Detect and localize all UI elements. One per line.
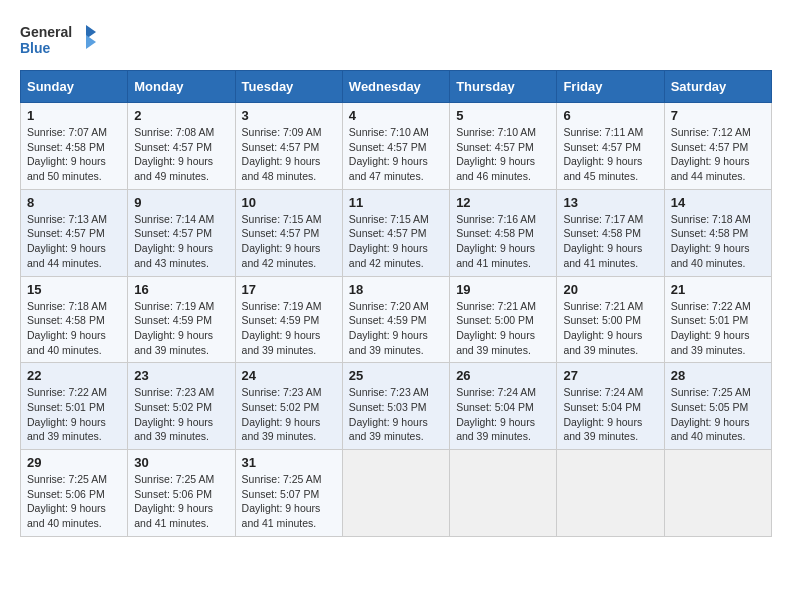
day-info: Sunrise: 7:21 AMSunset: 5:00 PMDaylight:…	[456, 299, 550, 358]
day-number: 29	[27, 455, 121, 470]
day-info: Sunrise: 7:12 AMSunset: 4:57 PMDaylight:…	[671, 125, 765, 184]
calendar-cell: 2Sunrise: 7:08 AMSunset: 4:57 PMDaylight…	[128, 103, 235, 190]
calendar-cell: 31Sunrise: 7:25 AMSunset: 5:07 PMDayligh…	[235, 450, 342, 537]
day-number: 26	[456, 368, 550, 383]
calendar-cell: 24Sunrise: 7:23 AMSunset: 5:02 PMDayligh…	[235, 363, 342, 450]
day-info: Sunrise: 7:09 AMSunset: 4:57 PMDaylight:…	[242, 125, 336, 184]
day-number: 16	[134, 282, 228, 297]
weekday-header-wednesday: Wednesday	[342, 71, 449, 103]
calendar-table: SundayMondayTuesdayWednesdayThursdayFrid…	[20, 70, 772, 537]
day-info: Sunrise: 7:23 AMSunset: 5:02 PMDaylight:…	[134, 385, 228, 444]
calendar-cell: 8Sunrise: 7:13 AMSunset: 4:57 PMDaylight…	[21, 189, 128, 276]
day-number: 17	[242, 282, 336, 297]
calendar-week-3: 15Sunrise: 7:18 AMSunset: 4:58 PMDayligh…	[21, 276, 772, 363]
calendar-cell: 3Sunrise: 7:09 AMSunset: 4:57 PMDaylight…	[235, 103, 342, 190]
calendar-cell: 25Sunrise: 7:23 AMSunset: 5:03 PMDayligh…	[342, 363, 449, 450]
calendar-cell: 10Sunrise: 7:15 AMSunset: 4:57 PMDayligh…	[235, 189, 342, 276]
weekday-header-row: SundayMondayTuesdayWednesdayThursdayFrid…	[21, 71, 772, 103]
calendar-cell: 19Sunrise: 7:21 AMSunset: 5:00 PMDayligh…	[450, 276, 557, 363]
calendar-cell: 7Sunrise: 7:12 AMSunset: 4:57 PMDaylight…	[664, 103, 771, 190]
day-info: Sunrise: 7:14 AMSunset: 4:57 PMDaylight:…	[134, 212, 228, 271]
svg-text:General: General	[20, 24, 72, 40]
day-info: Sunrise: 7:07 AMSunset: 4:58 PMDaylight:…	[27, 125, 121, 184]
calendar-cell	[664, 450, 771, 537]
calendar-header: SundayMondayTuesdayWednesdayThursdayFrid…	[21, 71, 772, 103]
calendar-cell: 4Sunrise: 7:10 AMSunset: 4:57 PMDaylight…	[342, 103, 449, 190]
calendar-cell: 15Sunrise: 7:18 AMSunset: 4:58 PMDayligh…	[21, 276, 128, 363]
day-number: 10	[242, 195, 336, 210]
calendar-cell: 6Sunrise: 7:11 AMSunset: 4:57 PMDaylight…	[557, 103, 664, 190]
day-info: Sunrise: 7:16 AMSunset: 4:58 PMDaylight:…	[456, 212, 550, 271]
day-number: 25	[349, 368, 443, 383]
calendar-cell: 12Sunrise: 7:16 AMSunset: 4:58 PMDayligh…	[450, 189, 557, 276]
day-info: Sunrise: 7:19 AMSunset: 4:59 PMDaylight:…	[242, 299, 336, 358]
calendar-body: 1Sunrise: 7:07 AMSunset: 4:58 PMDaylight…	[21, 103, 772, 537]
calendar-cell: 22Sunrise: 7:22 AMSunset: 5:01 PMDayligh…	[21, 363, 128, 450]
day-number: 9	[134, 195, 228, 210]
day-info: Sunrise: 7:25 AMSunset: 5:06 PMDaylight:…	[134, 472, 228, 531]
calendar-cell	[450, 450, 557, 537]
weekday-header-friday: Friday	[557, 71, 664, 103]
day-number: 3	[242, 108, 336, 123]
day-info: Sunrise: 7:21 AMSunset: 5:00 PMDaylight:…	[563, 299, 657, 358]
day-info: Sunrise: 7:08 AMSunset: 4:57 PMDaylight:…	[134, 125, 228, 184]
page-header: General Blue	[20, 20, 772, 60]
day-number: 5	[456, 108, 550, 123]
day-info: Sunrise: 7:24 AMSunset: 5:04 PMDaylight:…	[456, 385, 550, 444]
calendar-cell: 18Sunrise: 7:20 AMSunset: 4:59 PMDayligh…	[342, 276, 449, 363]
day-number: 23	[134, 368, 228, 383]
calendar-cell: 17Sunrise: 7:19 AMSunset: 4:59 PMDayligh…	[235, 276, 342, 363]
day-info: Sunrise: 7:19 AMSunset: 4:59 PMDaylight:…	[134, 299, 228, 358]
day-info: Sunrise: 7:18 AMSunset: 4:58 PMDaylight:…	[671, 212, 765, 271]
calendar-cell: 5Sunrise: 7:10 AMSunset: 4:57 PMDaylight…	[450, 103, 557, 190]
day-number: 2	[134, 108, 228, 123]
day-info: Sunrise: 7:22 AMSunset: 5:01 PMDaylight:…	[27, 385, 121, 444]
day-number: 21	[671, 282, 765, 297]
day-number: 7	[671, 108, 765, 123]
day-info: Sunrise: 7:22 AMSunset: 5:01 PMDaylight:…	[671, 299, 765, 358]
day-info: Sunrise: 7:10 AMSunset: 4:57 PMDaylight:…	[456, 125, 550, 184]
day-number: 4	[349, 108, 443, 123]
calendar-cell: 28Sunrise: 7:25 AMSunset: 5:05 PMDayligh…	[664, 363, 771, 450]
calendar-cell	[342, 450, 449, 537]
day-info: Sunrise: 7:24 AMSunset: 5:04 PMDaylight:…	[563, 385, 657, 444]
svg-text:Blue: Blue	[20, 40, 51, 56]
calendar-cell: 20Sunrise: 7:21 AMSunset: 5:00 PMDayligh…	[557, 276, 664, 363]
day-number: 15	[27, 282, 121, 297]
day-number: 31	[242, 455, 336, 470]
day-number: 8	[27, 195, 121, 210]
day-info: Sunrise: 7:25 AMSunset: 5:05 PMDaylight:…	[671, 385, 765, 444]
calendar-cell: 11Sunrise: 7:15 AMSunset: 4:57 PMDayligh…	[342, 189, 449, 276]
day-number: 19	[456, 282, 550, 297]
day-number: 12	[456, 195, 550, 210]
day-number: 6	[563, 108, 657, 123]
logo: General Blue	[20, 20, 100, 60]
day-info: Sunrise: 7:15 AMSunset: 4:57 PMDaylight:…	[242, 212, 336, 271]
day-info: Sunrise: 7:15 AMSunset: 4:57 PMDaylight:…	[349, 212, 443, 271]
day-info: Sunrise: 7:23 AMSunset: 5:03 PMDaylight:…	[349, 385, 443, 444]
calendar-cell: 16Sunrise: 7:19 AMSunset: 4:59 PMDayligh…	[128, 276, 235, 363]
calendar-week-5: 29Sunrise: 7:25 AMSunset: 5:06 PMDayligh…	[21, 450, 772, 537]
calendar-cell: 27Sunrise: 7:24 AMSunset: 5:04 PMDayligh…	[557, 363, 664, 450]
day-number: 27	[563, 368, 657, 383]
day-info: Sunrise: 7:17 AMSunset: 4:58 PMDaylight:…	[563, 212, 657, 271]
weekday-header-monday: Monday	[128, 71, 235, 103]
day-number: 14	[671, 195, 765, 210]
calendar-cell: 26Sunrise: 7:24 AMSunset: 5:04 PMDayligh…	[450, 363, 557, 450]
day-number: 1	[27, 108, 121, 123]
calendar-cell: 14Sunrise: 7:18 AMSunset: 4:58 PMDayligh…	[664, 189, 771, 276]
svg-marker-3	[86, 35, 96, 49]
calendar-week-1: 1Sunrise: 7:07 AMSunset: 4:58 PMDaylight…	[21, 103, 772, 190]
weekday-header-saturday: Saturday	[664, 71, 771, 103]
weekday-header-sunday: Sunday	[21, 71, 128, 103]
day-info: Sunrise: 7:10 AMSunset: 4:57 PMDaylight:…	[349, 125, 443, 184]
day-number: 11	[349, 195, 443, 210]
calendar-cell: 1Sunrise: 7:07 AMSunset: 4:58 PMDaylight…	[21, 103, 128, 190]
calendar-cell: 9Sunrise: 7:14 AMSunset: 4:57 PMDaylight…	[128, 189, 235, 276]
weekday-header-thursday: Thursday	[450, 71, 557, 103]
day-info: Sunrise: 7:23 AMSunset: 5:02 PMDaylight:…	[242, 385, 336, 444]
calendar-cell: 13Sunrise: 7:17 AMSunset: 4:58 PMDayligh…	[557, 189, 664, 276]
day-number: 30	[134, 455, 228, 470]
day-info: Sunrise: 7:18 AMSunset: 4:58 PMDaylight:…	[27, 299, 121, 358]
day-number: 24	[242, 368, 336, 383]
